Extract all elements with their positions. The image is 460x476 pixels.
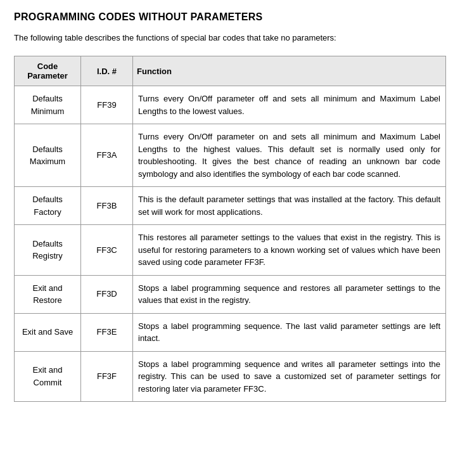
parameters-table: Code Parameter I.D. # Function Defaults …: [14, 56, 446, 402]
cell-function: Turns every On/Off parameter on and sets…: [133, 124, 446, 187]
page-title: PROGRAMMING CODES WITHOUT PARAMETERS: [14, 11, 446, 23]
header-function: Function: [133, 56, 446, 86]
cell-code: Defaults Registry: [15, 225, 81, 276]
cell-function: Turns every On/Off parameter off and set…: [133, 86, 446, 124]
cell-function: Stops a label programming sequence and r…: [133, 275, 446, 313]
header-id: I.D. #: [81, 56, 133, 86]
cell-code: Defaults Minimum: [15, 86, 81, 124]
cell-function: Stops a label programming sequence. The …: [133, 313, 446, 351]
table-row: Exit and CommitFF3FStops a label program…: [15, 351, 446, 402]
cell-id: FF3F: [81, 351, 133, 402]
cell-function: This restores all parameter settings to …: [133, 225, 446, 276]
cell-code: Defaults Factory: [15, 187, 81, 225]
table-row: Exit and RestoreFF3DStops a label progra…: [15, 275, 446, 313]
table-row: Defaults RegistryFF3CThis restores all p…: [15, 225, 446, 276]
table-row: Defaults MaximumFF3ATurns every On/Off p…: [15, 124, 446, 187]
cell-id: FF3C: [81, 225, 133, 276]
header-code: Code Parameter: [15, 56, 81, 86]
page-intro: The following table describes the functi…: [14, 32, 446, 44]
cell-id: FF3D: [81, 275, 133, 313]
table-row: Defaults MinimumFF39Turns every On/Off p…: [15, 86, 446, 124]
cell-id: FF3E: [81, 313, 133, 351]
cell-id: FF3A: [81, 124, 133, 187]
cell-code: Defaults Maximum: [15, 124, 81, 187]
table-row: Defaults FactoryFF3BThis is the default …: [15, 187, 446, 225]
cell-code: Exit and Save: [15, 313, 81, 351]
cell-id: FF3B: [81, 187, 133, 225]
cell-function: Stops a label programming sequence and w…: [133, 351, 446, 402]
table-row: Exit and SaveFF3EStops a label programmi…: [15, 313, 446, 351]
cell-id: FF39: [81, 86, 133, 124]
cell-code: Exit and Restore: [15, 275, 81, 313]
cell-code: Exit and Commit: [15, 351, 81, 402]
cell-function: This is the default parameter settings t…: [133, 187, 446, 225]
